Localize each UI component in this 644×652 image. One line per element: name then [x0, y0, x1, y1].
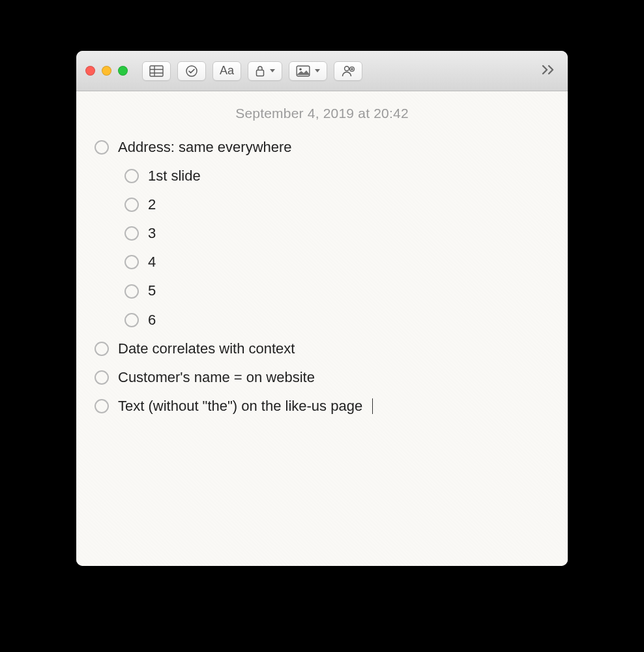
- titlebar: Aa: [76, 51, 568, 91]
- format-icon: Aa: [220, 64, 234, 78]
- checklist-checkbox[interactable]: [124, 284, 139, 299]
- checklist-checkbox[interactable]: [124, 169, 139, 183]
- checklist-text[interactable]: Date correlates with context: [118, 338, 295, 360]
- checklist-text[interactable]: 5: [148, 280, 156, 302]
- svg-point-4: [186, 66, 197, 76]
- window-minimize-button[interactable]: [102, 66, 111, 76]
- checklist: Address: same everywhere1st slide23456Da…: [95, 133, 549, 421]
- table-button[interactable]: [142, 61, 171, 81]
- table-icon: [149, 65, 164, 77]
- window-zoom-button[interactable]: [118, 66, 128, 76]
- checklist-checkbox[interactable]: [95, 370, 109, 385]
- checklist-text[interactable]: 4: [148, 251, 156, 273]
- checklist-checkbox[interactable]: [124, 255, 139, 269]
- traffic-lights: [85, 66, 128, 76]
- lock-icon: [255, 65, 265, 77]
- checklist-button[interactable]: [177, 61, 206, 81]
- checklist-checkbox[interactable]: [95, 140, 109, 155]
- checklist-text[interactable]: 3: [148, 222, 156, 244]
- window-close-button[interactable]: [85, 66, 95, 76]
- chevron-down-icon: [270, 69, 275, 72]
- checklist-item[interactable]: 6: [95, 306, 549, 334]
- media-button[interactable]: [289, 61, 327, 81]
- format-button[interactable]: Aa: [212, 61, 241, 81]
- svg-point-7: [299, 68, 301, 70]
- checklist-item[interactable]: 1st slide: [95, 162, 549, 190]
- media-icon: [296, 65, 310, 77]
- lock-button[interactable]: [248, 61, 282, 81]
- checklist-text[interactable]: Text (without "the") on the like-us page: [118, 395, 362, 417]
- checklist-item[interactable]: 2: [95, 190, 549, 219]
- checklist-item[interactable]: 3: [95, 219, 549, 248]
- checklist-item[interactable]: 4: [95, 248, 549, 276]
- checklist-checkbox[interactable]: [124, 198, 139, 212]
- toolbar-overflow-button[interactable]: [538, 63, 559, 79]
- checklist-icon: [185, 65, 198, 78]
- checklist-checkbox[interactable]: [124, 226, 139, 241]
- svg-point-8: [345, 66, 349, 70]
- chevron-down-icon: [315, 69, 320, 72]
- checklist-item[interactable]: Customer's name = on website: [95, 363, 549, 392]
- checklist-text[interactable]: 6: [148, 309, 156, 331]
- checklist-text[interactable]: 2: [148, 194, 156, 216]
- checklist-checkbox[interactable]: [124, 313, 139, 327]
- checklist-item[interactable]: Date correlates with context: [95, 334, 549, 363]
- checklist-item[interactable]: Text (without "the") on the like-us page: [95, 392, 549, 421]
- note-timestamp: September 4, 2019 at 20:42: [95, 106, 549, 121]
- checklist-checkbox[interactable]: [95, 399, 109, 413]
- svg-rect-0: [150, 66, 163, 76]
- checklist-text[interactable]: Customer's name = on website: [118, 366, 315, 389]
- checklist-item[interactable]: 5: [95, 276, 549, 305]
- checklist-text[interactable]: 1st slide: [148, 165, 201, 187]
- share-add-person-icon: [341, 65, 355, 78]
- svg-rect-5: [257, 70, 264, 76]
- share-button[interactable]: [334, 61, 362, 81]
- checklist-item[interactable]: Address: same everywhere: [95, 133, 549, 162]
- text-cursor: [372, 398, 373, 414]
- overflow-icon: [540, 63, 556, 79]
- notes-window: Aa: [76, 51, 568, 566]
- checklist-text[interactable]: Address: same everywhere: [118, 136, 292, 158]
- checklist-checkbox[interactable]: [95, 342, 109, 356]
- note-body[interactable]: September 4, 2019 at 20:42 Address: same…: [76, 91, 568, 566]
